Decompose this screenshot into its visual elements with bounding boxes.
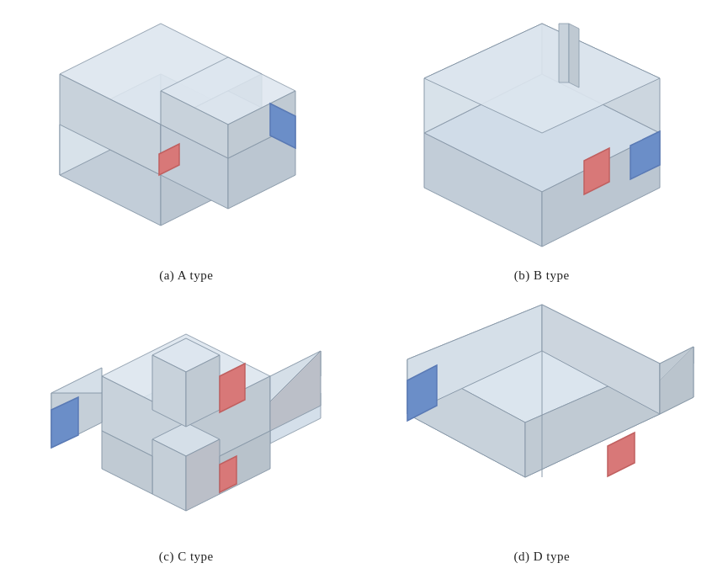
cell-d: (d) D type: [364, 290, 720, 571]
cell-a: (a) A type: [8, 8, 364, 290]
svg-marker-23: [569, 24, 579, 88]
cell-c: (c) C type: [8, 290, 364, 571]
diagram-a: [8, 8, 364, 265]
svg-marker-59: [608, 433, 635, 476]
svg-marker-22: [559, 24, 569, 82]
caption-a: (a) A type: [159, 268, 213, 283]
caption-b: (b) B type: [514, 268, 570, 283]
cell-b: (b) B type: [364, 8, 720, 290]
main-grid: (a) A type: [0, 0, 728, 579]
svg-marker-57: [660, 347, 693, 414]
diagram-b: [364, 8, 720, 265]
caption-d: (d) D type: [513, 550, 570, 564]
caption-c: (c) C type: [159, 550, 214, 564]
diagram-d: [364, 290, 720, 546]
diagram-c: [8, 290, 364, 546]
